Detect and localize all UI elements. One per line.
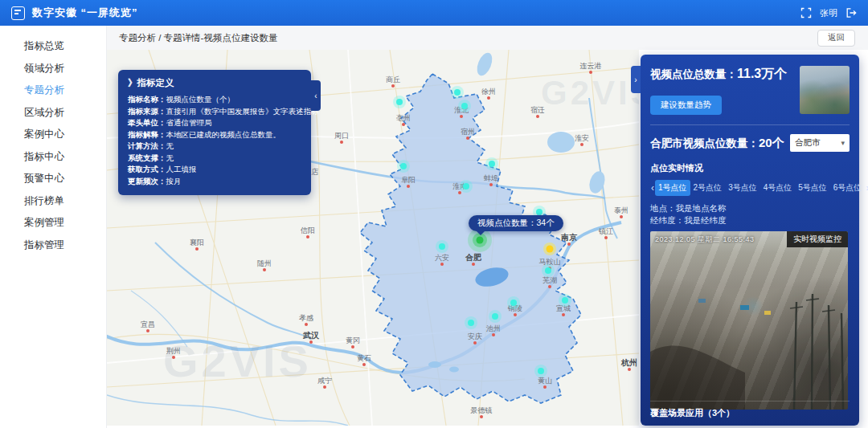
trend-button[interactable]: 建设数量趋势 [650, 96, 722, 115]
video-timestamp: 2023.12.05 星期二 16:55:43 [655, 234, 755, 245]
map-city-dot [580, 143, 583, 146]
video-points-panel: › G2VIS 视频点位总数量：11.3万个 建设数量趋势 合肥市视频点位数量：… [641, 55, 859, 426]
map-city-dot [473, 341, 477, 344]
map-city-dot [407, 185, 410, 188]
map-city-label: 安庆 [468, 332, 482, 340]
point-tab[interactable]: 4号点位 [760, 180, 796, 196]
scene-apps-footer: 覆盖场景应用（3个） [650, 401, 850, 419]
city-select[interactable]: 合肥市 ▾ [790, 134, 850, 152]
map-point-cyan[interactable] [400, 163, 407, 169]
map-city-dot [472, 263, 475, 266]
app-window: 数字安徽 “一屏统览” 张明 指标总览领域分析专题分析区域分析案例中心指标中心预… [0, 0, 868, 428]
sidebar-item-link[interactable]: 区域分析 [0, 102, 106, 124]
map-point-cyan[interactable] [562, 297, 568, 304]
map-point-cyan[interactable] [463, 183, 469, 190]
site-thumbnail-image[interactable] [800, 66, 850, 114]
map-city-label: 襄阳 [190, 238, 204, 247]
map-city-dot [492, 333, 495, 336]
map-point-cyan[interactable] [468, 320, 474, 326]
map-city-label: 蚌埠 [484, 174, 498, 182]
map-city-label: 武汉 [302, 331, 320, 340]
map-city-dot [604, 236, 608, 239]
map-city-label: 徐州 [481, 88, 496, 96]
map-city-dot [628, 368, 631, 371]
map-city-dot [323, 385, 326, 389]
app-header: 数字安徽 “一屏统览” 张明 [0, 0, 868, 26]
city-select-value: 合肥市 [795, 137, 821, 149]
tabs-next-arrow[interactable]: › [865, 182, 868, 194]
panel-collapse-button[interactable]: › [631, 66, 641, 93]
map-city-label: 黄石 [357, 354, 371, 362]
city-count-label: 合肥市视频点位数量： [650, 137, 759, 149]
map-city-dot [536, 115, 539, 118]
indicator-row: 牵头单位：省通信管理局 [128, 117, 301, 129]
sidebar-item-link[interactable]: 指标总览 [0, 35, 106, 58]
map-city-dot [466, 137, 469, 140]
map-city-dot [543, 385, 547, 389]
map-point-cyan[interactable] [439, 243, 445, 250]
point-tab[interactable]: 3号点位 [725, 180, 760, 196]
map-city-dot [589, 71, 592, 74]
map-point-cyan[interactable] [396, 99, 403, 105]
map-city-label: 宜昌 [141, 320, 155, 328]
map-city-dot [562, 313, 565, 316]
map-city-dot [362, 363, 366, 366]
total-count-label: 视频点位总数量： [650, 68, 737, 80]
map-city-label: 杭州 [620, 358, 637, 367]
indicator-panel-collapse-button[interactable]: ‹ [311, 80, 321, 111]
sidebar-item-link[interactable]: 排行榜单 [0, 190, 106, 213]
live-video-feed[interactable]: 2023.12.05 星期二 16:55:43 实时视频监控 [650, 231, 848, 410]
user-name[interactable]: 张明 [820, 7, 837, 19]
map-point-cyan[interactable] [489, 161, 495, 167]
sidebar-item-link[interactable]: 预警中心 [0, 168, 106, 190]
map-point-yellow[interactable] [547, 246, 554, 253]
fullscreen-icon[interactable] [800, 7, 812, 18]
point-location: 地点：我是地点名称 [650, 202, 850, 214]
map-city-dot [263, 268, 266, 271]
map-city-dot [391, 84, 395, 88]
map-city-label: 芜湖 [542, 276, 557, 284]
map-city-dot [402, 123, 405, 126]
map-point-cyan[interactable] [545, 267, 551, 274]
point-tab[interactable]: 1号点位 [655, 180, 690, 196]
sidebar-item-link[interactable]: 案例管理 [0, 212, 106, 234]
map-city-label: 周口 [334, 132, 349, 140]
map-point-cyan[interactable] [454, 89, 461, 96]
map-city-label: 合肥 [465, 253, 481, 262]
map-point-green[interactable] [477, 237, 484, 244]
sidebar-item-link[interactable]: 案例中心 [0, 124, 106, 146]
map-point-cyan[interactable] [492, 313, 498, 320]
indicator-row: 计算方法：无 [128, 141, 301, 153]
sidebar-item-link[interactable]: 指标管理 [0, 234, 106, 257]
point-tab[interactable]: 5号点位 [795, 180, 830, 196]
app-logo-icon [11, 6, 25, 20]
map-point-tooltip: 视频点位数量：34个 [469, 215, 563, 231]
point-tab[interactable]: 2号点位 [690, 180, 726, 196]
indicator-row: 指标来源：直接引用《数字中国发展报告》文字表述指标 [128, 106, 301, 118]
map-city-label: 宿迁 [530, 106, 545, 114]
sidebar-item-active[interactable]: 专题分析 [0, 79, 106, 102]
map-point-cyan[interactable] [510, 300, 517, 306]
video-scene-overlay [650, 231, 848, 410]
map-city-dot [487, 96, 490, 100]
map-city-dot [305, 323, 308, 326]
map-point-cyan[interactable] [538, 368, 544, 374]
back-button[interactable]: 返回 [817, 30, 855, 47]
map-city-dot [458, 191, 461, 194]
app-title: 数字安徽 “一屏统览” [32, 6, 138, 20]
map-city-label: 咸宁 [317, 377, 332, 385]
map-point-cyan[interactable] [461, 103, 468, 109]
map-city-label: 淮安 [575, 134, 589, 142]
logout-icon[interactable] [845, 7, 857, 18]
sidebar-item-link[interactable]: 领域分析 [0, 58, 106, 80]
video-live-badge: 实时视频监控 [787, 231, 848, 247]
sidebar-item-link[interactable]: 指标中心 [0, 146, 106, 169]
map-point-cyan[interactable] [536, 209, 542, 215]
map-city-dot [567, 243, 571, 246]
map-city-label: 商丘 [386, 75, 400, 84]
point-tab[interactable]: 6号点位 [830, 180, 866, 196]
map-city-label: 池州 [485, 324, 501, 332]
map-canvas[interactable]: 商丘徐州连云港宿迁亳州淮北宿州周口淮安驻马店阜阳蚌埠淮南南阳信阳襄阳随州泰州镇江… [107, 50, 639, 426]
map-city-label: 连云港 [580, 62, 602, 70]
map-city-dot [172, 356, 175, 359]
